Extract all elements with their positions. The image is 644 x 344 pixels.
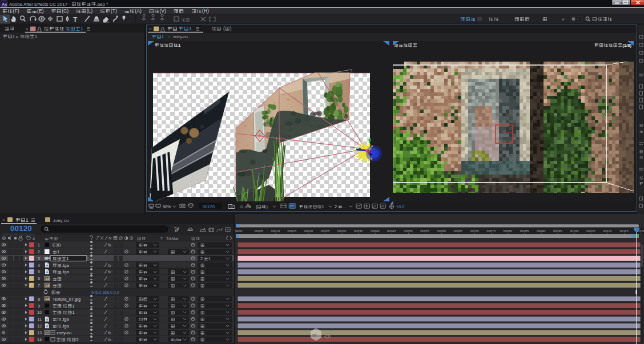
svg-text:(F): (F) <box>13 8 19 14</box>
svg-text:00060: 00060 <box>437 229 446 233</box>
svg-text:(: ( <box>223 26 225 31</box>
svg-text:00085: 00085 <box>520 229 529 233</box>
svg-text:×: × <box>149 26 152 31</box>
svg-text:00015: 00015 <box>288 229 297 233</box>
svg-text:E3D: E3D <box>53 242 61 248</box>
svg-text:1: 1 <box>57 249 59 254</box>
svg-text:1 •: 1 • <box>13 34 18 39</box>
svg-text:2: 2 <box>335 204 337 209</box>
svg-text:50%: 50% <box>163 204 171 209</box>
svg-text:00010: 00010 <box>271 229 280 233</box>
svg-text:00045: 00045 <box>387 229 396 233</box>
svg-text:00050: 00050 <box>404 229 413 233</box>
svg-text:T: T <box>160 237 163 241</box>
svg-text:00035: 00035 <box>354 229 363 233</box>
svg-text:00105: 00105 <box>586 229 595 233</box>
svg-text:Texture_07.jpg: Texture_07.jpg <box>53 297 80 302</box>
svg-text:(A): (A) <box>135 8 142 14</box>
svg-text:8: 8 <box>38 297 40 302</box>
svg-text:00075: 00075 <box>487 229 496 233</box>
svg-text:fx: fx <box>108 270 111 274</box>
svg-text:fx: fx <box>108 243 111 247</box>
svg-text:1: 1 <box>80 26 83 31</box>
svg-text:.tga: .tga <box>62 323 69 329</box>
svg-text:(T): (T) <box>111 8 117 14</box>
svg-text:00080: 00080 <box>504 229 513 233</box>
svg-text:T: T <box>73 16 78 24</box>
svg-text:(V): (V) <box>159 8 166 14</box>
svg-text:): ) <box>230 26 232 31</box>
svg-text:1: 1 <box>208 256 211 261</box>
svg-text:zoey-cu: zoey-cu <box>173 34 188 39</box>
svg-text:.aep *: .aep * <box>96 2 108 7</box>
svg-text:00095: 00095 <box>553 229 562 233</box>
svg-text:1: 1 <box>26 217 29 223</box>
svg-text:(C): (C) <box>62 8 69 14</box>
svg-text:»: » <box>562 17 565 22</box>
svg-text:Alpha: Alpha <box>171 337 181 342</box>
svg-text:00030: 00030 <box>337 229 347 233</box>
svg-text:0:00:04:00 (30.00 fps): 0:00:04:00 (30.00 fps) <box>2 233 35 236</box>
svg-text:00120: 00120 <box>10 224 32 233</box>
svg-text:10: 10 <box>37 310 42 315</box>
svg-text:0000: 0000 <box>235 229 242 233</box>
svg-text:1: 1 <box>189 26 192 31</box>
svg-text:00040: 00040 <box>371 229 380 233</box>
svg-text:×: × <box>26 26 29 31</box>
svg-text:2: 2 <box>77 337 79 342</box>
svg-text:fx: fx <box>108 338 111 342</box>
svg-text:(H): (H) <box>202 8 209 14</box>
svg-text:zoey-cu: zoey-cu <box>57 330 71 335</box>
svg-text:1: 1 <box>35 34 37 39</box>
svg-text:×: × <box>2 217 5 222</box>
svg-text:00065: 00065 <box>453 229 462 233</box>
svg-text:Ae: Ae <box>2 2 7 7</box>
svg-text:00110: 00110 <box>603 229 611 233</box>
svg-text:00005: 00005 <box>254 229 263 233</box>
svg-text:00120: 00120 <box>203 204 215 209</box>
svg-text:2: 2 <box>38 249 40 254</box>
svg-text:#: # <box>33 236 35 241</box>
svg-text:00115: 00115 <box>619 229 628 233</box>
svg-text:00070: 00070 <box>470 229 479 233</box>
svg-text:12: 12 <box>37 323 42 329</box>
svg-text:(1/8): (1/8) <box>622 43 631 48</box>
svg-text:00025: 00025 <box>321 229 330 233</box>
svg-text:00100: 00100 <box>570 229 579 233</box>
svg-text:): ) <box>266 204 267 209</box>
svg-text:1: 1 <box>38 242 40 248</box>
svg-text:14: 14 <box>37 337 42 342</box>
svg-text:11: 11 <box>38 317 42 322</box>
svg-text:1: 1 <box>162 34 164 39</box>
svg-text:7: 7 <box>38 283 40 288</box>
svg-text:(E): (E) <box>37 8 44 14</box>
svg-text:-cn: -cn <box>323 333 331 339</box>
svg-text:.tga: .tga <box>62 263 69 268</box>
svg-text:6: 6 <box>38 276 40 281</box>
svg-text:1: 1 <box>66 256 69 261</box>
svg-text:5: 5 <box>38 269 40 274</box>
svg-text:zoey-cu: zoey-cu <box>53 218 69 223</box>
svg-text:4: 4 <box>38 263 40 268</box>
svg-text:fx: fx <box>108 264 111 268</box>
svg-text:9: 9 <box>38 303 40 309</box>
svg-text:.tga: .tga <box>62 269 69 274</box>
svg-text:13: 13 <box>37 330 42 335</box>
svg-text:(L): (L) <box>87 8 93 14</box>
svg-text:1: 1 <box>321 204 324 209</box>
svg-text:Adobe After Effects CC 2017 -: Adobe After Effects CC 2017 - <box>9 2 70 7</box>
svg-text:...: ... <box>343 204 346 209</box>
svg-text:(: ( <box>256 204 257 209</box>
svg-text:›: › <box>168 35 170 39</box>
svg-text:00090: 00090 <box>537 229 546 233</box>
svg-text:3: 3 <box>38 256 40 261</box>
svg-text:1: 1 <box>73 310 75 315</box>
svg-text:00055: 00055 <box>420 229 429 233</box>
svg-text:TrkMat: TrkMat <box>166 237 179 241</box>
svg-text:+0.0: +0.0 <box>396 204 404 209</box>
svg-text:1: 1 <box>73 303 75 309</box>
svg-text:645.0,368.0,0.0: 645.0,368.0,0.0 <box>91 290 119 294</box>
svg-text:00020: 00020 <box>304 229 313 233</box>
svg-text:.tga: .tga <box>62 317 69 322</box>
svg-text:2.: 2. <box>200 256 204 261</box>
